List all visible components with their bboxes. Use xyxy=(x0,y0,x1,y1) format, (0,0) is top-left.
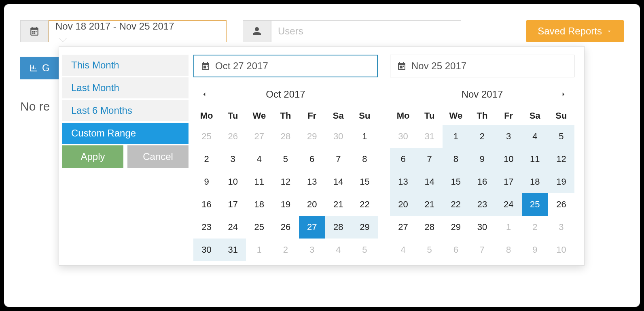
calendar-day[interactable]: 24 xyxy=(220,216,246,239)
calendar-day[interactable]: 8 xyxy=(352,148,378,170)
calendar-day[interactable]: 3 xyxy=(496,125,522,148)
calendar-day[interactable]: 27 xyxy=(299,216,325,239)
calendar-day[interactable]: 15 xyxy=(443,170,469,193)
calendar-day[interactable]: 11 xyxy=(522,148,548,170)
calendar-day[interactable]: 7 xyxy=(416,148,443,170)
calendar-day[interactable]: 3 xyxy=(299,239,325,261)
calendar-day[interactable]: 19 xyxy=(272,193,299,216)
calendar-day[interactable]: 13 xyxy=(390,170,416,193)
calendar-day[interactable]: 27 xyxy=(390,216,416,239)
preset-last-6-months[interactable]: Last 6 Months xyxy=(62,100,189,121)
calendar-day[interactable]: 23 xyxy=(193,216,220,239)
calendar-day[interactable]: 26 xyxy=(548,193,574,216)
prev-month-button[interactable] xyxy=(196,88,213,100)
calendar-day[interactable]: 28 xyxy=(416,216,443,239)
calendar-day[interactable]: 2 xyxy=(193,148,220,170)
calendar-day[interactable]: 16 xyxy=(193,193,220,216)
next-month-button[interactable] xyxy=(555,88,572,100)
calendar-day[interactable]: 17 xyxy=(496,170,522,193)
calendar-day[interactable]: 31 xyxy=(220,239,246,261)
date-range-input[interactable]: Nov 18 2017 - Nov 25 2017 xyxy=(49,20,227,42)
calendar-day[interactable]: 13 xyxy=(299,170,325,193)
calendar-day[interactable]: 7 xyxy=(469,239,495,261)
users-input[interactable]: Users xyxy=(271,20,461,42)
calendar-day[interactable]: 29 xyxy=(299,125,325,148)
calendar-day[interactable]: 4 xyxy=(522,125,548,148)
calendar-day[interactable]: 10 xyxy=(496,148,522,170)
calendar-day[interactable]: 31 xyxy=(416,125,443,148)
calendar-day[interactable]: 7 xyxy=(325,148,352,170)
calendar-day[interactable]: 16 xyxy=(469,170,495,193)
calendar-day[interactable]: 29 xyxy=(352,216,378,239)
calendar-day[interactable]: 14 xyxy=(325,170,352,193)
calendar-day[interactable]: 19 xyxy=(548,170,574,193)
calendar-day[interactable]: 21 xyxy=(325,193,352,216)
saved-reports-button[interactable]: Saved Reports xyxy=(526,20,624,42)
calendar-day[interactable]: 10 xyxy=(220,170,246,193)
calendar-day[interactable]: 15 xyxy=(352,170,378,193)
preset-last-month[interactable]: Last Month xyxy=(62,77,189,98)
calendar-day[interactable]: 28 xyxy=(325,216,352,239)
calendar-day[interactable]: 9 xyxy=(522,239,548,261)
calendar-day[interactable]: 8 xyxy=(443,148,469,170)
calendar-day[interactable]: 30 xyxy=(193,239,220,261)
calendar-day[interactable]: 6 xyxy=(299,148,325,170)
generate-report-button-partial[interactable]: G xyxy=(20,57,59,79)
calendar-day[interactable]: 1 xyxy=(352,125,378,148)
calendar-day[interactable]: 25 xyxy=(522,193,548,216)
calendar-day[interactable]: 10 xyxy=(548,239,574,261)
calendar-right-date-input[interactable]: Nov 25 2017 xyxy=(390,55,574,77)
calendar-day[interactable]: 20 xyxy=(299,193,325,216)
calendar-day[interactable]: 29 xyxy=(443,216,469,239)
calendar-day[interactable]: 24 xyxy=(496,193,522,216)
calendar-day[interactable]: 26 xyxy=(220,125,246,148)
calendar-day[interactable]: 30 xyxy=(390,125,416,148)
calendar-day[interactable]: 2 xyxy=(272,239,299,261)
calendar-day[interactable]: 27 xyxy=(246,125,272,148)
calendar-day[interactable]: 20 xyxy=(390,193,416,216)
calendar-day[interactable]: 22 xyxy=(352,193,378,216)
user-icon-button[interactable] xyxy=(243,20,271,42)
calendar-day[interactable]: 17 xyxy=(220,193,246,216)
calendar-day[interactable]: 5 xyxy=(548,125,574,148)
calendar-day[interactable]: 6 xyxy=(443,239,469,261)
calendar-day[interactable]: 23 xyxy=(469,193,495,216)
preset-this-month[interactable]: This Month xyxy=(62,55,189,76)
calendar-day[interactable]: 22 xyxy=(443,193,469,216)
calendar-day[interactable]: 8 xyxy=(496,239,522,261)
calendar-day[interactable]: 12 xyxy=(272,170,299,193)
calendar-day[interactable]: 9 xyxy=(469,148,495,170)
calendar-day[interactable]: 2 xyxy=(469,125,495,148)
calendar-day[interactable]: 5 xyxy=(416,239,443,261)
apply-button[interactable]: Apply xyxy=(62,145,123,168)
calendar-day[interactable]: 26 xyxy=(272,216,299,239)
calendar-day[interactable]: 3 xyxy=(220,148,246,170)
preset-custom-range[interactable]: Custom Range xyxy=(62,123,189,144)
calendar-day[interactable]: 4 xyxy=(325,239,352,261)
calendar-day[interactable]: 21 xyxy=(416,193,443,216)
calendar-day[interactable]: 3 xyxy=(548,216,574,239)
calendar-day[interactable]: 18 xyxy=(522,170,548,193)
calendar-day[interactable]: 25 xyxy=(246,216,272,239)
calendar-day[interactable]: 4 xyxy=(246,148,272,170)
calendar-left-date-input[interactable]: Oct 27 2017 xyxy=(193,55,378,77)
calendar-day[interactable]: 28 xyxy=(272,125,299,148)
calendar-icon-button[interactable] xyxy=(20,20,49,42)
calendar-day[interactable]: 1 xyxy=(496,216,522,239)
cancel-button[interactable]: Cancel xyxy=(127,145,189,168)
calendar-day[interactable]: 5 xyxy=(272,148,299,170)
calendar-day[interactable]: 4 xyxy=(390,239,416,261)
calendar-day[interactable]: 1 xyxy=(443,125,469,148)
calendar-day[interactable]: 30 xyxy=(469,216,495,239)
calendar-day[interactable]: 18 xyxy=(246,193,272,216)
calendar-day[interactable]: 5 xyxy=(352,239,378,261)
calendar-day[interactable]: 11 xyxy=(246,170,272,193)
calendar-day[interactable]: 25 xyxy=(193,125,220,148)
calendar-day[interactable]: 6 xyxy=(390,148,416,170)
calendar-day[interactable]: 9 xyxy=(193,170,220,193)
calendar-day[interactable]: 1 xyxy=(246,239,272,261)
calendar-day[interactable]: 14 xyxy=(416,170,443,193)
calendar-day[interactable]: 30 xyxy=(325,125,352,148)
calendar-day[interactable]: 12 xyxy=(548,148,574,170)
calendar-day[interactable]: 2 xyxy=(522,216,548,239)
